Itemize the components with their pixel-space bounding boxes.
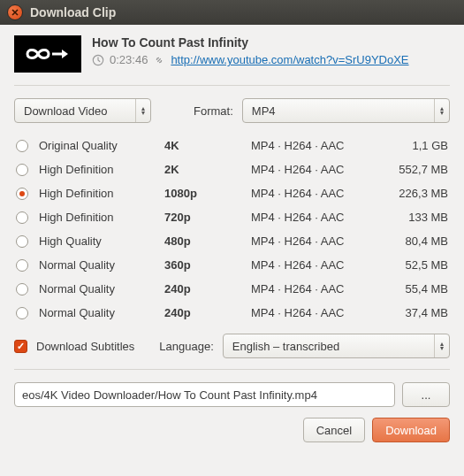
- quality-resolution: 720p: [164, 211, 240, 224]
- quality-codec: MP4 · H264 · AAC: [251, 163, 367, 176]
- titlebar: Download Clip: [0, 0, 464, 25]
- quality-size: 1,1 GB: [377, 139, 448, 152]
- quality-size: 133 MB: [377, 211, 448, 224]
- quality-codec: MP4 · H264 · AAC: [251, 306, 367, 319]
- separator: [14, 369, 450, 370]
- quality-radio[interactable]: [16, 140, 28, 152]
- quality-row[interactable]: Normal Quality240pMP4 · H264 · AAC55,4 M…: [14, 277, 450, 301]
- language-value: English – transcribed: [232, 340, 339, 353]
- chevron-updown-icon: ▴▾: [135, 99, 145, 122]
- quality-row[interactable]: High Definition1080pMP4 · H264 · AAC226,…: [14, 181, 450, 205]
- quality-size: 55,4 MB: [377, 282, 448, 296]
- quality-resolution: 240p: [164, 306, 240, 319]
- quality-resolution: 2K: [164, 163, 240, 176]
- video-duration: 0:23:46: [110, 53, 148, 66]
- quality-codec: MP4 · H264 · AAC: [251, 282, 367, 296]
- quality-row[interactable]: Original Quality4KMP4 · H264 · AAC1,1 GB: [14, 134, 450, 157]
- path-input[interactable]: eos/4K Video Downloader/How To Count Pas…: [14, 382, 395, 407]
- video-header: How To Count Past Infinity 0:23:46 http:…: [14, 35, 450, 73]
- window-title: Download Clip: [30, 5, 116, 19]
- quality-name: High Definition: [39, 163, 154, 176]
- chevron-updown-icon: ▴▾: [434, 99, 444, 122]
- close-button[interactable]: [7, 4, 23, 20]
- language-combo[interactable]: English – transcribed ▴▾: [223, 334, 450, 358]
- quality-name: High Definition: [39, 187, 154, 200]
- format-value: MP4: [252, 104, 276, 118]
- subtitles-checkbox[interactable]: ✓: [14, 340, 27, 353]
- quality-name: Normal Quality: [39, 306, 154, 319]
- download-mode-value: Download Video: [24, 104, 107, 118]
- cancel-button[interactable]: Cancel: [303, 418, 365, 442]
- subtitles-label: Download Subtitles: [36, 340, 134, 353]
- quality-codec: MP4 · H264 · AAC: [251, 139, 367, 152]
- video-url-link[interactable]: http://www.youtube.com/watch?v=SrU9YDoXE: [171, 53, 408, 66]
- link-icon: [153, 54, 165, 66]
- quality-resolution: 1080p: [164, 187, 240, 200]
- quality-row[interactable]: Normal Quality360pMP4 · H264 · AAC52,5 M…: [14, 253, 450, 277]
- chevron-updown-icon: ▴▾: [434, 334, 444, 357]
- quality-list: Original Quality4KMP4 · H264 · AAC1,1 GB…: [14, 134, 450, 325]
- quality-radio[interactable]: [16, 259, 28, 272]
- quality-codec: MP4 · H264 · AAC: [251, 187, 367, 200]
- quality-size: 37,4 MB: [377, 306, 448, 319]
- video-thumbnail: [14, 35, 81, 73]
- quality-row[interactable]: High Definition720pMP4 · H264 · AAC133 M…: [14, 205, 450, 229]
- quality-name: High Quality: [39, 234, 154, 248]
- clock-icon: [92, 54, 104, 66]
- quality-radio[interactable]: [16, 235, 28, 248]
- quality-resolution: 240p: [164, 282, 240, 296]
- format-combo[interactable]: MP4 ▴▾: [242, 98, 450, 123]
- infinity-arrow-icon: [23, 43, 72, 65]
- download-mode-combo[interactable]: Download Video ▴▾: [14, 98, 151, 123]
- download-button[interactable]: Download: [372, 418, 450, 442]
- quality-resolution: 4K: [164, 139, 240, 152]
- video-title: How To Count Past Infinity: [92, 35, 450, 50]
- quality-radio[interactable]: [16, 188, 28, 200]
- quality-codec: MP4 · H264 · AAC: [251, 234, 367, 248]
- quality-codec: MP4 · H264 · AAC: [251, 258, 367, 272]
- quality-name: Original Quality: [39, 139, 154, 152]
- quality-resolution: 480p: [164, 234, 240, 248]
- path-value: eos/4K Video Downloader/How To Count Pas…: [22, 388, 317, 402]
- quality-size: 226,3 MB: [377, 187, 448, 200]
- quality-size: 80,4 MB: [377, 234, 448, 248]
- language-label: Language:: [159, 340, 213, 353]
- quality-size: 52,5 MB: [377, 258, 448, 272]
- format-label: Format:: [194, 104, 233, 118]
- quality-name: Normal Quality: [39, 282, 154, 296]
- quality-row[interactable]: High Definition2KMP4 · H264 · AAC552,7 M…: [14, 157, 450, 181]
- quality-row[interactable]: Normal Quality240pMP4 · H264 · AAC37,4 M…: [14, 301, 450, 325]
- quality-radio[interactable]: [16, 307, 28, 319]
- quality-name: High Definition: [39, 211, 154, 224]
- quality-resolution: 360p: [164, 258, 240, 272]
- quality-radio[interactable]: [16, 283, 28, 296]
- quality-name: Normal Quality: [39, 258, 154, 272]
- browse-button[interactable]: ...: [402, 382, 450, 407]
- quality-radio[interactable]: [16, 164, 28, 176]
- close-icon: [11, 9, 19, 16]
- quality-radio[interactable]: [16, 211, 28, 224]
- quality-row[interactable]: High Quality480pMP4 · H264 · AAC80,4 MB: [14, 229, 450, 253]
- separator: [14, 85, 450, 86]
- quality-size: 552,7 MB: [377, 163, 448, 176]
- quality-codec: MP4 · H264 · AAC: [251, 211, 367, 224]
